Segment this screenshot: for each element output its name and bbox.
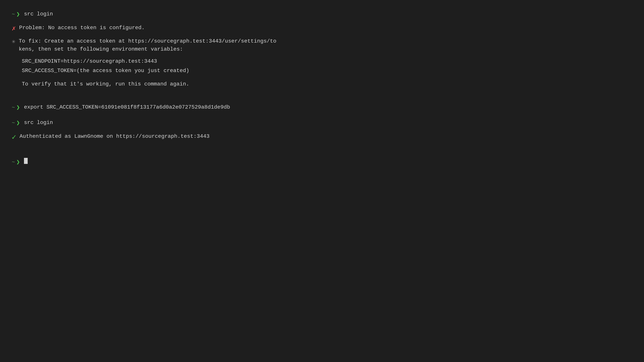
empty-prompt-line[interactable]: ~ ❯ [12,158,632,167]
tilde-2: ~ [12,104,15,112]
error-line: ✗ Problem: No access token is configured… [12,24,632,34]
command-text-3: src login [24,119,53,127]
chevron-1: ❯ [16,10,20,19]
chevron-3: ❯ [16,119,20,128]
command-line-3: ~ ❯ src login [12,119,632,128]
success-line: ✓ Authenticated as LawnGnome on https://… [12,132,632,143]
success-text: Authenticated as LawnGnome on https://so… [20,132,210,140]
prompt-1: ~ ❯ [12,10,22,19]
tilde-4: ~ [12,158,15,166]
error-text: Problem: No access token is configured. [19,24,145,32]
info-line-2: kens, then set the following environment… [19,45,276,53]
info-line: ✳ To fix: Create an access token at http… [12,37,632,53]
command-line-2: ~ ❯ export SRC_ACCESS_TOKEN=61091e081f8f… [12,103,632,112]
command-text-1: src login [24,10,53,18]
chevron-2: ❯ [16,103,20,112]
info-line-1: To fix: Create an access token at https:… [19,37,276,45]
command-text-2: export SRC_ACCESS_TOKEN=61091e081f8f1317… [24,103,230,111]
error-icon: ✗ [12,24,16,34]
env-line-1: SRC_ENDPOINT=https://sourcegraph.test:34… [22,57,632,65]
success-icon: ✓ [12,132,16,143]
cursor [24,158,28,164]
tilde-1: ~ [12,10,15,18]
info-content: To fix: Create an access token at https:… [19,37,276,53]
prompt-4: ~ ❯ [12,158,22,167]
terminal: ~ ❯ src login ✗ Problem: No access token… [12,10,632,168]
prompt-3: ~ ❯ [12,119,22,128]
env-line-2: SRC_ACCESS_TOKEN=(the access token you j… [22,67,632,75]
prompt-2: ~ ❯ [12,103,22,112]
command-line-1: ~ ❯ src login [12,10,632,19]
tilde-3: ~ [12,119,15,127]
chevron-4: ❯ [16,158,20,167]
info-icon: ✳ [12,37,16,46]
env-block: SRC_ENDPOINT=https://sourcegraph.test:34… [22,57,632,76]
verify-text: To verify that it's working, run this co… [22,80,632,88]
